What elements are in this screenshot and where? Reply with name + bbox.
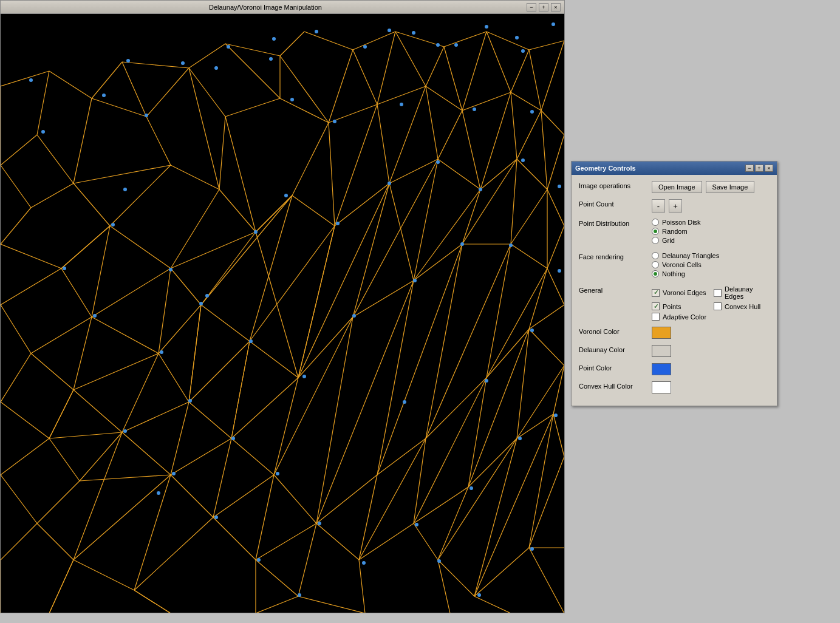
controls-body: Image operations Open Image Save Image P… [572, 175, 777, 406]
point-color-swatch[interactable] [652, 363, 671, 375]
svg-point-259 [169, 268, 172, 271]
svg-point-264 [352, 314, 356, 318]
radio-voronoi-cells-button[interactable] [652, 261, 659, 268]
controls-close-button[interactable]: × [765, 165, 773, 172]
delaunay-color-swatch[interactable] [652, 345, 671, 357]
svg-point-268 [558, 269, 561, 273]
checkbox-voronoi-edges-label: Voronoi Edges [663, 289, 706, 296]
general-row: General Voronoi Edges Delaunay Edges [579, 285, 770, 321]
checkbox-points[interactable] [652, 302, 660, 310]
image-operations-content: Open Image Save Image [652, 181, 770, 193]
controls-minimize-button[interactable]: − [745, 165, 754, 172]
main-window-title: Delaunay/Voronoi Image Manipulation [4, 4, 527, 11]
point-distribution-content: Poisson Disk Random Grid [652, 219, 770, 246]
point-count-minus-button[interactable]: - [652, 199, 665, 213]
point-count-label: Point Count [579, 199, 652, 208]
voronoi-color-swatch[interactable] [652, 327, 671, 339]
svg-point-253 [111, 223, 115, 226]
controls-maximize-button[interactable]: + [755, 165, 763, 172]
svg-point-233 [41, 130, 45, 134]
svg-point-229 [315, 30, 318, 33]
svg-point-225 [551, 22, 555, 26]
svg-point-263 [302, 375, 306, 378]
delaunay-color-row: Delaunay Color [579, 345, 770, 357]
canvas-area [1, 14, 564, 613]
checkbox-delaunay-edges[interactable] [714, 289, 722, 297]
checkbox-points-row: Points [652, 302, 708, 310]
controls-panel: Geometry Controls − + × Image operations… [571, 161, 777, 406]
svg-point-224 [485, 25, 488, 29]
svg-point-270 [160, 350, 163, 354]
svg-point-240 [145, 114, 148, 117]
svg-point-279 [518, 437, 522, 440]
svg-point-283 [214, 516, 218, 519]
svg-point-274 [318, 522, 321, 525]
checkbox-convex-hull-label: Convex Hull [725, 303, 760, 310]
face-rendering-content: Delaunay Triangles Voronoi Cells Nothing [652, 252, 770, 279]
radio-delaunay-tri: Delaunay Triangles [652, 252, 770, 259]
svg-point-223 [388, 29, 391, 32]
radio-nothing-button[interactable] [652, 270, 659, 277]
svg-point-281 [123, 429, 127, 433]
radio-delaunay-tri-label: Delaunay Triangles [662, 252, 719, 259]
main-window: Delaunay/Voronoi Image Manipulation − + … [0, 0, 565, 613]
svg-point-277 [437, 559, 441, 563]
svg-point-278 [470, 486, 473, 490]
svg-point-288 [530, 547, 534, 551]
radio-poisson-button[interactable] [652, 219, 659, 226]
voronoi-color-row: Voronoi Color [579, 327, 770, 339]
checkbox-adaptive-color[interactable] [652, 313, 660, 321]
checkbox-voronoi-edges[interactable] [652, 289, 660, 297]
checkbox-adaptive-color-row: Adaptive Color [652, 313, 770, 321]
svg-point-244 [473, 107, 476, 111]
svg-point-287 [157, 491, 160, 495]
point-color-label: Point Color [579, 363, 652, 372]
svg-point-232 [521, 49, 525, 53]
radio-grid-button[interactable] [652, 237, 659, 244]
svg-point-238 [436, 43, 440, 47]
svg-point-276 [415, 523, 418, 526]
convex-hull-color-content [652, 381, 770, 393]
checkbox-delaunay-edges-row: Delaunay Edges [714, 285, 770, 300]
svg-point-267 [530, 329, 534, 332]
radio-delaunay-tri-button[interactable] [652, 252, 659, 259]
svg-point-245 [530, 110, 534, 114]
image-operations-row: Image operations Open Image Save Image [579, 181, 770, 193]
point-count-content: - + [652, 199, 770, 213]
radio-random-button[interactable] [652, 228, 659, 235]
svg-point-247 [284, 194, 288, 197]
convex-hull-color-swatch[interactable] [652, 381, 671, 393]
checkbox-convex-hull[interactable] [714, 302, 722, 310]
main-minimize-button[interactable]: − [527, 3, 536, 12]
main-maximize-button[interactable]: + [539, 3, 548, 12]
general-label: General [579, 285, 652, 294]
svg-point-282 [172, 472, 176, 475]
svg-point-289 [477, 593, 481, 597]
radio-random: Random [652, 228, 770, 235]
svg-point-241 [290, 98, 294, 101]
main-window-controls: − + × [527, 3, 561, 12]
radio-voronoi-cells: Voronoi Cells [652, 261, 770, 268]
svg-point-262 [249, 339, 253, 343]
open-image-button[interactable]: Open Image [652, 181, 702, 193]
radio-nothing-label: Nothing [662, 270, 685, 277]
checkbox-convex-hull-row: Convex Hull [714, 302, 770, 310]
svg-point-258 [63, 267, 66, 270]
svg-point-273 [276, 472, 279, 475]
svg-point-246 [123, 188, 127, 191]
svg-point-252 [558, 185, 561, 188]
point-count-plus-button[interactable]: + [669, 199, 682, 213]
face-rendering-label: Face rendering [579, 252, 652, 260]
save-image-button[interactable]: Save Image [706, 181, 755, 193]
point-color-row: Point Color [579, 363, 770, 375]
svg-point-239 [515, 36, 519, 39]
delaunay-color-content [652, 345, 770, 357]
svg-point-255 [336, 222, 340, 225]
svg-point-275 [362, 561, 366, 565]
svg-point-235 [214, 66, 218, 70]
main-close-button[interactable]: × [551, 3, 561, 12]
svg-point-251 [521, 158, 525, 162]
delaunay-color-label: Delaunay Color [579, 345, 652, 353]
svg-point-266 [485, 379, 488, 383]
controls-title-bar: Geometry Controls − + × [572, 162, 777, 175]
